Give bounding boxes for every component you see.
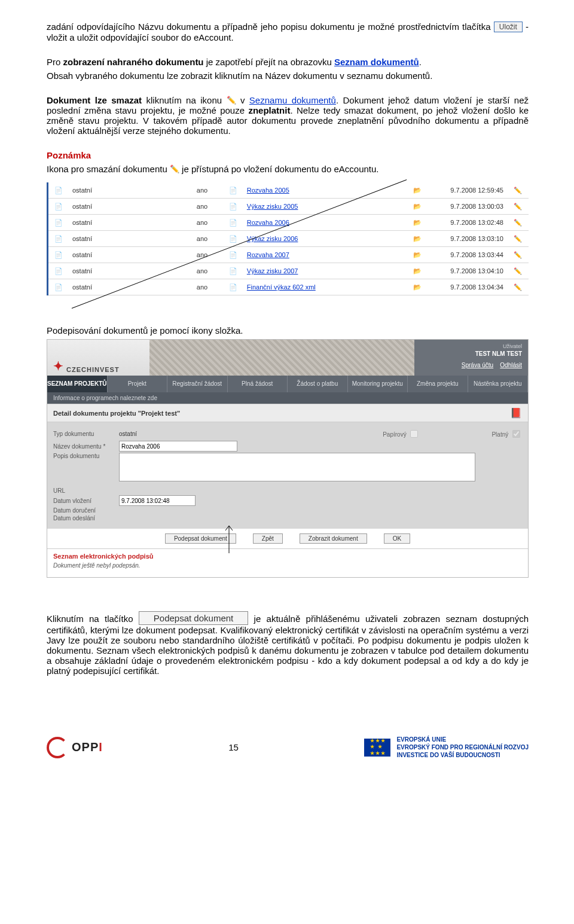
folder-icon[interactable]: 📂 (407, 231, 428, 247)
input-nazev[interactable] (119, 441, 237, 452)
link-seznam-dokumentu[interactable]: Seznam dokumentů (334, 57, 419, 67)
table-row: 📄ostatníano📄Rozvaha 2005📂9.7.2008 12:59:… (48, 182, 529, 199)
link-odhlasit[interactable]: Odhlásit (500, 362, 522, 368)
col-ano: ano (193, 199, 223, 215)
eraser-icon[interactable]: ✏️ (507, 199, 529, 215)
input-datum-vlozeni[interactable] (119, 495, 196, 506)
doc-icon: 📄 (48, 199, 69, 215)
nav-item[interactable]: Plná žádost (228, 376, 288, 392)
note-body: Ikona pro smazání dokumentu ✏️ je přístu… (47, 164, 529, 174)
user-panel: Uživatel TEST NLM TEST Správa účtu Odhlá… (414, 340, 528, 376)
nav-item[interactable]: Nástěnka projektu (468, 376, 529, 392)
col-ano: ano (193, 279, 223, 295)
nav-item[interactable]: Monitoring projektu (348, 376, 408, 392)
doc-icon: 📄 (48, 247, 69, 263)
doc-type: ostatní (69, 247, 178, 263)
doc-type: ostatní (69, 199, 178, 215)
sig-note: Dokument ještě nebyl podepsán. (47, 561, 528, 577)
eu-flag-icon: ★ ★ ★★ ★★ ★ ★ (364, 739, 390, 757)
doc-name-link[interactable]: Finanční výkaz 602 xml (247, 283, 316, 291)
col-ano: ano (193, 247, 223, 263)
eraser-icon[interactable]: ✏️ (507, 182, 529, 199)
folder-icon[interactable]: 📂 (407, 199, 428, 215)
col-ano: ano (193, 263, 223, 279)
eraser-icon: ✏️ (227, 96, 236, 105)
sig-title: Seznam elektronických podpisů (47, 548, 528, 561)
nav-item[interactable]: Změna projektu (408, 376, 468, 392)
btn-podepsat-dokument-inline[interactable]: Podepsat dokument (139, 611, 248, 625)
app-screenshot: ✦CZECHINVEST Uživatel TEST NLM TEST Sprá… (47, 339, 529, 578)
note-title: Poznámka (47, 150, 529, 160)
table-row: 📄ostatníano📄Rozvaha 2006📂9.7.2008 13:02:… (48, 215, 529, 231)
table-row: 📄ostatníano📄Výkaz zisku 2006📂9.7.2008 13… (48, 231, 529, 247)
doc-name-link[interactable]: Rozvaha 2007 (247, 251, 289, 258)
eu-logo: ★ ★ ★★ ★★ ★ ★ EVROPSKÁ UNIE EVROPSKÝ FON… (364, 736, 529, 759)
annotation-arrow (224, 522, 260, 558)
paragraph-4: Dokument lze smazat kliknutím na ikonu ✏… (47, 95, 529, 136)
doc-type: ostatní (69, 279, 178, 295)
nav-item[interactable]: Žádost o platbu (288, 376, 348, 392)
doc-name-link[interactable]: Výkaz zisku 2006 (247, 235, 298, 242)
btn-zobrazit-dokument[interactable]: Zobrazit dokument (300, 533, 367, 544)
table-row: 📄ostatníano📄Výkaz zisku 2005📂9.7.2008 13… (48, 199, 529, 215)
file-icon: 📄 (223, 182, 243, 199)
table-row: 📄ostatníano📄Finanční výkaz 602 xml📂9.7.2… (48, 279, 529, 295)
save-button-inline[interactable]: Uložit (494, 22, 523, 32)
eraser-icon[interactable]: ✏️ (507, 279, 529, 295)
doc-type: ostatní (69, 215, 178, 231)
doc-icon: 📄 (48, 263, 69, 279)
czechinvest-logo: ✦CZECHINVEST (47, 340, 126, 376)
file-icon: 📄 (223, 199, 243, 215)
detail-form: Typ dokumentu ostatní Papírový Platný Ná… (47, 422, 528, 529)
link-sprava-uctu[interactable]: Správa účtu (462, 362, 493, 368)
col-ano: ano (193, 215, 223, 231)
doc-date: 9.7.2008 12:59:45 (428, 182, 507, 199)
doc-name-link[interactable]: Výkaz zisku 2007 (247, 267, 298, 275)
chk-platny[interactable]: Platný (491, 428, 522, 440)
doc-name-link[interactable]: Rozvaha 2005 (247, 187, 289, 194)
table-row: 📄ostatníano📄Výkaz zisku 2007📂9.7.2008 13… (48, 263, 529, 279)
doc-icon: 📄 (48, 215, 69, 231)
file-icon: 📄 (223, 215, 243, 231)
eraser-icon[interactable]: ✏️ (507, 231, 529, 247)
nav-item[interactable]: Projekt (108, 376, 168, 392)
p1-text-a: zadání odpovídajícího Názvu dokumentu a … (47, 22, 494, 32)
btn-ok[interactable]: OK (384, 533, 410, 544)
book-icon: 📕 (510, 407, 522, 419)
paragraph-2: Pro zobrazení nahraného dokumentu je zap… (47, 57, 529, 67)
nav-item[interactable]: SEZNAM PROJEKTŮ (47, 376, 108, 392)
file-icon: 📄 (223, 231, 243, 247)
folder-icon[interactable]: 📂 (407, 263, 428, 279)
file-icon: 📄 (223, 263, 243, 279)
doc-date: 9.7.2008 13:04:10 (428, 263, 507, 279)
doc-date: 9.7.2008 13:04:34 (428, 279, 507, 295)
eraser-icon[interactable]: ✏️ (507, 247, 529, 263)
folder-icon[interactable]: 📂 (407, 215, 428, 231)
doc-date: 9.7.2008 13:02:48 (428, 215, 507, 231)
panel-title: Detail dokumentu projektu "Projekt test"… (47, 404, 528, 422)
link-seznamu-dokumentu[interactable]: Seznamu dokumentů (249, 95, 336, 105)
folder-icon[interactable]: 📂 (407, 247, 428, 263)
documents-table: 📄ostatníano📄Rozvaha 2005📂9.7.2008 12:59:… (47, 182, 529, 295)
paragraph-1: zadání odpovídajícího Názvu dokumentu a … (47, 22, 529, 42)
folder-icon[interactable]: 📂 (407, 279, 428, 295)
chk-papirovy[interactable]: Papírový (383, 428, 420, 440)
doc-type: ostatní (69, 263, 178, 279)
subnav[interactable]: Informace o programech naleznete zde (47, 392, 528, 404)
doc-date: 9.7.2008 13:03:10 (428, 231, 507, 247)
doc-name-link[interactable]: Rozvaha 2006 (247, 219, 289, 226)
table-row: 📄ostatníano📄Rozvaha 2007📂9.7.2008 13:03:… (48, 247, 529, 263)
doc-name-link[interactable]: Výkaz zisku 2005 (247, 203, 298, 210)
eraser-icon[interactable]: ✏️ (507, 263, 529, 279)
nav-item[interactable]: Registrační žádost (167, 376, 228, 392)
main-nav: SEZNAM PROJEKTŮProjektRegistrační žádost… (47, 376, 528, 392)
paragraph-3: Obsah vybraného dokumentu lze zobrazit k… (47, 71, 529, 81)
doc-type: ostatní (69, 182, 178, 199)
folder-icon[interactable]: 📂 (407, 182, 428, 199)
eraser-icon: ✏️ (170, 164, 179, 173)
textarea-popis[interactable] (119, 453, 475, 481)
paragraph-5: Kliknutím na tlačítko Podepsat dokument … (47, 611, 529, 676)
eraser-icon[interactable]: ✏️ (507, 215, 529, 231)
doc-icon: 📄 (48, 231, 69, 247)
mid-paragraph: Podepisování dokumentů je pomocí ikony s… (47, 325, 529, 336)
